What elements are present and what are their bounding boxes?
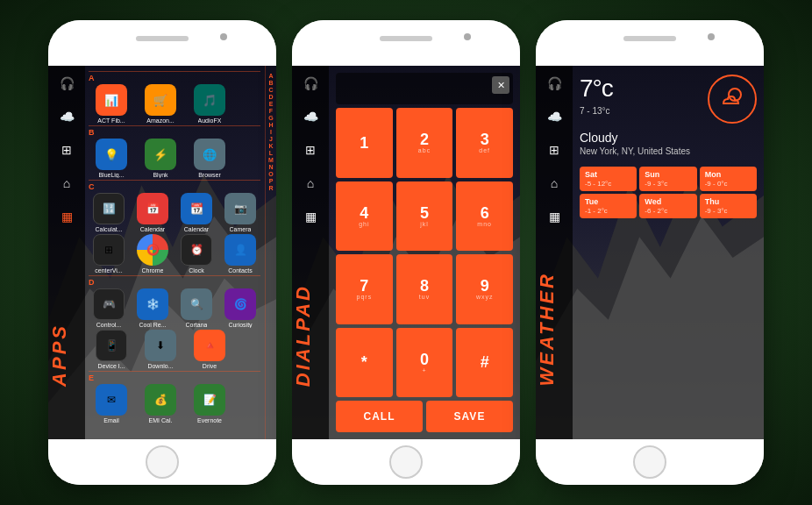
dial-key-8[interactable]: 8 tuv [396,254,453,324]
speaker-grill [136,36,189,41]
dial-key-hash[interactable]: # [456,328,513,398]
app-calculator[interactable]: 🔢 Calculat... [89,193,129,232]
dial-num-7: 7 [360,278,368,294]
home-button-3[interactable] [633,445,666,479]
alpha-n[interactable]: N [268,164,273,170]
blynk-icon: ⚡ [145,139,176,170]
alpha-p[interactable]: P [269,178,274,184]
camera-label: Camera [230,226,252,232]
alpha-b[interactable]: B [268,80,273,86]
actfib-label: ACT Fib... [97,117,125,124]
app-amazon[interactable]: 🛒 Amazon... [138,84,183,124]
sun-temp: -9 - 3°c [645,180,691,188]
alpha-f[interactable]: F [269,108,273,114]
dial-num-2: 2 [420,132,429,147]
app-coolre[interactable]: ❄️ Cool Re... [132,288,173,328]
emical-icon: 💰 [145,384,176,416]
app-evernote[interactable]: 📝 Evernote [187,384,232,423]
app-control[interactable]: 🎮 Control... [89,288,129,328]
alpha-r[interactable]: R [268,185,273,191]
app-actfib[interactable]: 📊 ACT Fib... [89,84,134,124]
sidebar-headphone-icon-2[interactable]: 🎧 [300,73,321,94]
dial-key-3[interactable]: 3 def [456,108,513,178]
sidebar-home-icon-3[interactable]: ⌂ [544,173,565,194]
sat-temp: -5 - 12°c [585,180,631,188]
dial-key-5[interactable]: 5 jkl [396,181,453,252]
alpha-g[interactable]: G [268,115,273,121]
dial-key-2[interactable]: 2 abc [396,108,453,178]
app-row-c1: 🔢 Calculat... 📅 Calendar 📆 Calendar 📷 Ca… [89,193,260,232]
dial-key-7[interactable]: 7 pqrs [336,254,393,324]
alpha-k[interactable]: K [268,143,273,149]
weather-container: 7°c 7 - 13°c Cloudy New York, NY, United… [573,66,764,439]
sidebar-grid-icon[interactable]: ⊞ [56,139,77,160]
app-blynk[interactable]: ⚡ Blynk [138,139,183,178]
sidebar-apps-icon[interactable]: ▦ [56,206,77,227]
sidebar-headphone-icon[interactable]: 🎧 [56,73,77,94]
dial-key-9[interactable]: 9 wxyz [456,254,513,324]
dial-key-6[interactable]: 6 mno [456,181,513,252]
alpha-h[interactable]: H [268,122,273,128]
app-email[interactable]: ✉ Email [89,384,134,423]
forecast-sun: Sun -9 - 3°c [639,167,696,191]
app-device[interactable]: 📱 Device I... [89,330,134,369]
app-browser[interactable]: 🌐 Browser [187,139,232,178]
phone-bottom-bezel-3 [536,439,764,485]
dial-key-4[interactable]: 4 ghi [336,181,393,252]
app-centerview[interactable]: ⊞ centerVi... [89,234,129,274]
drive-label: Drive [203,363,217,369]
alpha-l[interactable]: L [269,150,273,156]
dialpad-close-button[interactable]: ✕ [492,76,509,94]
save-button[interactable]: SAVE [426,401,513,432]
alpha-i[interactable]: I [270,129,272,135]
phone-top-bezel-3 [536,20,764,66]
app-calendar2[interactable]: 📆 Calendar [176,193,217,232]
dial-key-0[interactable]: 0 + [396,328,453,398]
app-row-b: 💡 BlueLig... ⚡ Blynk 🌐 Browser [89,139,260,178]
sidebar-grid-icon-3[interactable]: ⊞ [544,139,565,160]
app-bluelight[interactable]: 💡 BlueLig... [89,139,134,178]
app-row-d2: 📱 Device I... ⬇ Downlo... 🔺 Drive [89,330,260,369]
home-button-2[interactable] [389,445,423,479]
alpha-d[interactable]: D [268,94,273,100]
app-calendar[interactable]: 📅 Calendar [132,193,173,232]
sidebar-apps-icon-3[interactable]: ▦ [544,206,565,227]
home-button[interactable] [146,445,179,479]
forecast-thu: Thu -9 - 3°c [700,194,757,218]
app-chrome[interactable]: ⭕ Chrome [132,234,173,274]
sidebar-headphone-icon-3[interactable]: 🎧 [544,73,565,94]
app-downloads[interactable]: ⬇ Downlo... [138,330,183,369]
cortana-label: Cortana [186,322,208,328]
app-cortana[interactable]: 🔍 Cortana [176,288,217,328]
sidebar-grid-icon-2[interactable]: ⊞ [300,139,321,160]
alpha-j[interactable]: J [269,136,273,142]
sidebar-home-icon-2[interactable]: ⌂ [300,173,321,194]
downloads-label: Downlo... [147,363,173,369]
weather-phone: 🎧 ☁️ ⊞ ⌂ ▦ WEATHER 7°c 7 - 13°c [536,20,764,485]
app-contacts[interactable]: 👤 Contacts [220,234,260,274]
app-grid: A 📊 ACT Fib... 🛒 Amazon... 🎵 AudioFX B [85,66,264,439]
alpha-c[interactable]: C [268,87,273,93]
alpha-a[interactable]: A [268,73,273,79]
sidebar-cloud-icon-2[interactable]: ☁️ [300,106,321,127]
dial-key-1[interactable]: 1 [336,108,393,178]
sidebar-cloud-icon[interactable]: ☁️ [56,106,77,127]
call-button[interactable]: CALL [336,401,423,432]
alpha-e[interactable]: E [269,101,274,107]
sidebar-home-icon[interactable]: ⌂ [56,173,77,194]
app-curiosity[interactable]: 🌀 Curiosity [220,288,260,328]
app-emical[interactable]: 💰 EMI Cal. [138,384,183,423]
condition-text: Cloudy [580,131,757,145]
dial-key-star[interactable]: * [336,328,393,398]
sidebar-apps-icon-2[interactable]: ▦ [300,206,321,227]
app-camera[interactable]: 📷 Camera [220,193,260,232]
app-audiofx[interactable]: 🎵 AudioFX [187,84,232,124]
sidebar-cloud-icon-3[interactable]: ☁️ [544,106,565,127]
calendar2-icon: 📆 [181,193,212,224]
centerview-label: centerVi... [95,267,122,274]
app-clock[interactable]: ⏰ Clock [176,234,217,274]
app-drive[interactable]: 🔺 Drive [187,330,232,369]
alpha-m[interactable]: M [268,157,274,163]
calendar-icon: 📅 [137,193,168,224]
alpha-o[interactable]: O [268,171,273,177]
